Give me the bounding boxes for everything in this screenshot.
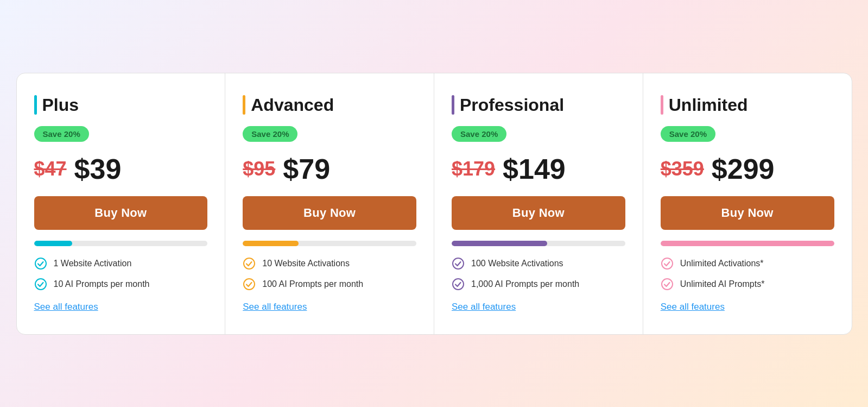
plan-accent-bar — [34, 95, 37, 115]
svg-point-4 — [453, 258, 464, 269]
save-badge: Save 20% — [243, 126, 297, 142]
svg-point-3 — [244, 279, 255, 290]
check-icon — [243, 278, 256, 291]
buy-now-button[interactable]: Buy Now — [243, 196, 416, 230]
feature-text: 1,000 AI Prompts per month — [471, 279, 579, 289]
progress-bar-container — [34, 241, 208, 246]
plan-accent-bar — [243, 95, 245, 115]
save-badge: Save 20% — [452, 126, 506, 142]
save-badge: Save 20% — [661, 126, 715, 142]
feature-text: Unlimited Activations* — [680, 259, 764, 268]
features-list: 100 Website Activations 1,000 AI Prompts… — [452, 257, 625, 291]
feature-item: Unlimited AI Prompts* — [661, 278, 834, 291]
feature-item: 1,000 AI Prompts per month — [452, 278, 625, 291]
plan-accent-bar — [452, 95, 454, 115]
see-all-features-button[interactable]: See all features — [34, 302, 208, 312]
check-icon — [34, 257, 47, 270]
plan-card-unlimited: Unlimited Save 20% $359 $299 Buy Now — [643, 73, 852, 334]
plan-card-professional: Professional Save 20% $179 $149 Buy Now — [434, 73, 643, 334]
progress-bar-container — [661, 241, 834, 246]
plan-title-row: Plus — [34, 95, 208, 115]
buy-now-button[interactable]: Buy Now — [34, 196, 208, 230]
price-row: $179 $149 — [452, 153, 625, 185]
feature-text: Unlimited AI Prompts* — [680, 279, 765, 289]
check-icon — [243, 257, 256, 270]
progress-bar-fill — [243, 241, 298, 246]
feature-text: 100 AI Prompts per month — [262, 279, 363, 289]
price-original: $95 — [243, 158, 275, 180]
see-all-features-button[interactable]: See all features — [452, 302, 625, 312]
see-all-features-button[interactable]: See all features — [661, 302, 834, 312]
price-original: $47 — [34, 158, 67, 180]
check-icon — [661, 257, 674, 270]
svg-point-6 — [662, 258, 673, 269]
plan-card-advanced: Advanced Save 20% $95 $79 Buy Now 1 — [225, 73, 434, 334]
progress-bar-container — [243, 241, 416, 246]
check-icon — [452, 278, 465, 291]
feature-item: 100 AI Prompts per month — [243, 278, 416, 291]
svg-point-0 — [35, 258, 46, 269]
progress-bar-fill — [452, 241, 547, 246]
save-badge-wrapper: Save 20% — [34, 126, 208, 142]
save-badge: Save 20% — [34, 126, 89, 142]
svg-point-7 — [662, 279, 673, 290]
features-list: 1 Website Activation 10 AI Prompts per m… — [34, 257, 208, 291]
check-icon — [661, 278, 674, 291]
feature-item: 10 Website Activations — [243, 257, 416, 270]
check-icon — [452, 257, 465, 270]
features-list: Unlimited Activations* Unlimited AI Prom… — [661, 257, 834, 291]
plan-title-row: Advanced — [243, 95, 416, 115]
price-row: $47 $39 — [34, 153, 208, 185]
plan-accent-bar — [661, 95, 663, 115]
price-row: $359 $299 — [661, 153, 834, 185]
progress-bar-fill — [661, 241, 834, 246]
buy-now-button[interactable]: Buy Now — [661, 196, 834, 230]
price-row: $95 $79 — [243, 153, 416, 185]
feature-item: Unlimited Activations* — [661, 257, 834, 270]
svg-point-2 — [244, 258, 255, 269]
feature-item: 10 AI Prompts per month — [34, 278, 208, 291]
price-current: $299 — [712, 153, 775, 185]
plan-title-row: Unlimited — [661, 95, 834, 115]
price-current: $79 — [283, 153, 330, 185]
svg-point-5 — [453, 279, 464, 290]
feature-item: 100 Website Activations — [452, 257, 625, 270]
price-original: $359 — [661, 158, 704, 180]
feature-text: 10 Website Activations — [262, 259, 350, 268]
buy-now-button[interactable]: Buy Now — [452, 196, 625, 230]
progress-bar-container — [452, 241, 625, 246]
price-current: $39 — [74, 153, 122, 185]
price-current: $149 — [503, 153, 566, 185]
plan-title: Plus — [42, 95, 79, 115]
feature-text: 1 Website Activation — [54, 259, 132, 268]
svg-point-1 — [35, 279, 46, 290]
plan-title: Professional — [460, 95, 564, 115]
feature-text: 10 AI Prompts per month — [54, 279, 150, 289]
progress-bar-fill — [34, 241, 72, 246]
plan-card-plus: Plus Save 20% $47 $39 Buy Now 1 Web — [17, 73, 226, 334]
save-badge-wrapper: Save 20% — [452, 126, 625, 142]
check-icon — [34, 278, 47, 291]
save-badge-wrapper: Save 20% — [661, 126, 834, 142]
feature-item: 1 Website Activation — [34, 257, 208, 270]
plan-title-row: Professional — [452, 95, 625, 115]
see-all-features-button[interactable]: See all features — [243, 302, 416, 312]
pricing-table: Plus Save 20% $47 $39 Buy Now 1 Web — [16, 73, 852, 335]
plan-title: Advanced — [251, 95, 334, 115]
feature-text: 100 Website Activations — [471, 259, 563, 268]
features-list: 10 Website Activations 100 AI Prompts pe… — [243, 257, 416, 291]
save-badge-wrapper: Save 20% — [243, 126, 416, 142]
plan-title: Unlimited — [669, 95, 748, 115]
price-original: $179 — [452, 158, 495, 180]
